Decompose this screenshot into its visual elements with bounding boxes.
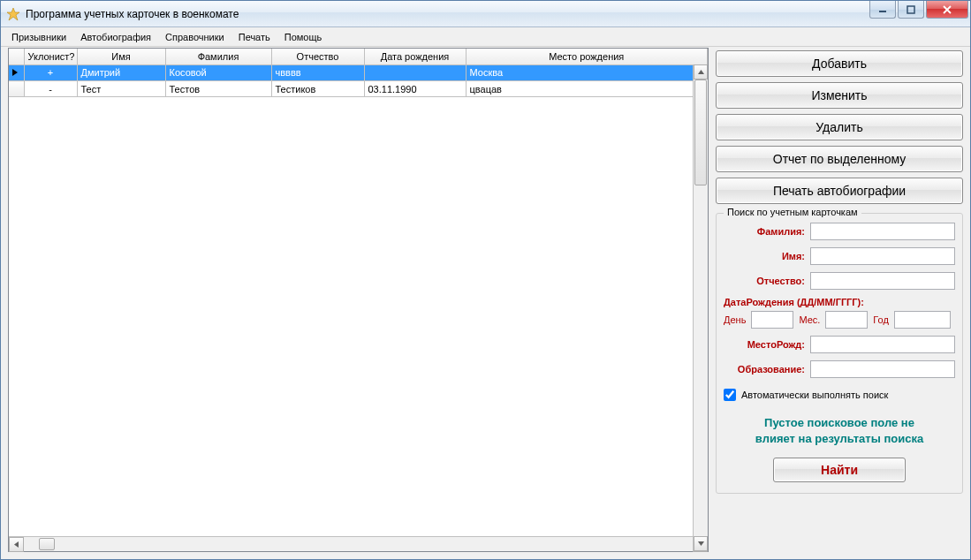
table-row[interactable]: +ДмитрийКосовойчввввМосква — [9, 65, 708, 81]
printbio-button[interactable]: Печать автобиографии — [716, 178, 963, 204]
add-button[interactable]: Добавить — [716, 50, 963, 77]
right-pane: Добавить Изменить Удалить Отчет по выдел… — [716, 48, 963, 552]
col-name[interactable]: Имя — [77, 49, 165, 64]
checkbox-autorun[interactable] — [724, 389, 736, 401]
vertical-scrollbar[interactable] — [693, 64, 708, 551]
client-area: Уклонист? Имя Фамилия Отчество Дата рожд… — [1, 47, 970, 559]
label-patronymic: Отчество: — [724, 276, 805, 286]
col-surname[interactable]: Фамилия — [165, 49, 271, 64]
vscroll-thumb[interactable] — [694, 79, 707, 185]
data-grid[interactable]: Уклонист? Имя Фамилия Отчество Дата рожд… — [9, 49, 708, 536]
col-patronymic[interactable]: Отчество — [271, 49, 364, 64]
input-year[interactable] — [894, 311, 951, 329]
report-button[interactable]: Отчет по выделенному — [716, 146, 963, 172]
label-autorun: Автоматически выполнять поиск — [741, 390, 888, 400]
close-button[interactable] — [926, 1, 968, 19]
menu-autobiography[interactable]: Автобиография — [73, 29, 158, 45]
label-education: Образование: — [724, 364, 805, 375]
menu-print[interactable]: Печать — [231, 29, 277, 45]
label-name: Имя: — [724, 251, 805, 261]
menu-conscripts[interactable]: Призывники — [4, 29, 73, 45]
search-legend: Поиск по учетным карточкам — [724, 207, 861, 217]
input-education[interactable] — [810, 360, 955, 378]
minimize-button[interactable] — [869, 1, 896, 19]
col-place[interactable]: Место рождения — [466, 49, 708, 64]
scroll-left-button[interactable] — [9, 537, 24, 552]
grid-header-row: Уклонист? Имя Фамилия Отчество Дата рожд… — [9, 49, 708, 64]
menu-help[interactable]: Помощь — [277, 29, 330, 45]
table-row[interactable]: -ТестТестовТестиков03.11.1990цвацав — [9, 81, 708, 97]
col-dob[interactable]: Дата рождения — [364, 49, 466, 64]
input-day[interactable] — [751, 311, 793, 329]
input-place[interactable] — [810, 336, 955, 353]
delete-button[interactable]: Удалить — [716, 114, 963, 140]
menu-references[interactable]: Справочники — [158, 29, 231, 45]
col-uklonist[interactable]: Уклонист? — [24, 49, 77, 64]
edit-button[interactable]: Изменить — [716, 82, 963, 109]
window-title: Программа учетных карточек в военкомате — [26, 8, 967, 20]
label-year: Год — [873, 314, 889, 325]
label-dob: ДатаРождения (ДД/ММ/ГГГГ): — [724, 297, 955, 307]
horizontal-scrollbar[interactable] — [9, 536, 708, 551]
input-name[interactable] — [810, 247, 955, 265]
grid-pane: Уклонист? Имя Фамилия Отчество Дата рожд… — [8, 48, 709, 552]
label-surname: Фамилия: — [724, 226, 805, 237]
search-group: Поиск по учетным карточкам Фамилия: Имя:… — [716, 213, 963, 494]
scroll-down-button[interactable] — [694, 536, 708, 551]
find-button[interactable]: Найти — [773, 458, 906, 482]
svg-rect-0 — [879, 11, 886, 12]
input-month[interactable] — [825, 311, 868, 329]
input-surname[interactable] — [810, 223, 955, 240]
app-icon — [6, 7, 20, 21]
input-patronymic[interactable] — [810, 272, 955, 290]
label-day: День — [724, 314, 746, 325]
scroll-up-button[interactable] — [694, 64, 708, 79]
svg-rect-1 — [907, 6, 914, 13]
menubar: Призывники Автобиография Справочники Печ… — [1, 27, 970, 47]
window-controls — [869, 1, 968, 19]
label-month: Мес. — [799, 314, 820, 325]
search-info: Пустое поисковое поле не влияет на резул… — [724, 415, 955, 447]
hscroll-thumb[interactable] — [39, 538, 55, 550]
app-window: Программа учетных карточек в военкомате … — [0, 0, 971, 560]
label-place: МестоРожд: — [724, 339, 805, 350]
titlebar: Программа учетных карточек в военкомате — [1, 1, 970, 27]
maximize-button[interactable] — [898, 1, 924, 19]
